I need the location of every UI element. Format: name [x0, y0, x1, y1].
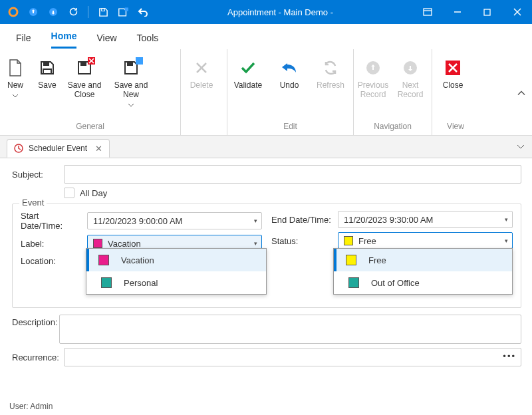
ellipsis-icon[interactable]: •••	[503, 351, 516, 361]
status-bar-user: User: Admin	[9, 402, 53, 411]
save-button[interactable]: Save	[31, 55, 64, 90]
delete-label: Delete	[190, 81, 213, 90]
chevron-down-icon: ▾	[254, 240, 257, 247]
location-label: Location:	[21, 256, 83, 266]
window-title: Appointment - Main Demo -	[148, 7, 412, 17]
start-label: Start Date/Time:	[21, 211, 83, 231]
validate-label: Validate	[234, 81, 262, 90]
status-option-oof[interactable]: Out of Office	[334, 271, 512, 294]
close-tab-icon[interactable]: ✕	[95, 144, 102, 154]
undo-button[interactable]: Undo	[269, 55, 310, 90]
document-tabs: Scheduler Event ✕	[0, 136, 532, 158]
restore-ribbon-button[interactable]	[412, 0, 442, 24]
description-input[interactable]	[59, 315, 521, 344]
new-button[interactable]: New	[0, 55, 31, 98]
event-fieldset: Event Start Date/Time: 11/20/2023 9:00:0…	[12, 204, 521, 308]
download-icon[interactable]	[48, 7, 59, 17]
group-edit: Edit	[227, 119, 353, 135]
svg-rect-7	[484, 9, 490, 15]
tab-file[interactable]: File	[16, 33, 31, 49]
start-datetime-input[interactable]: 11/20/2023 9:00:00 AM▾	[87, 212, 262, 229]
prev-record-button: Previous Record	[354, 55, 392, 100]
label-dropdown: Vacation Personal	[86, 248, 267, 295]
close-button[interactable]: Close	[432, 55, 473, 90]
svg-rect-12	[80, 62, 86, 66]
next-label: Next Record	[392, 81, 428, 100]
group-nav: Navigation	[354, 119, 432, 135]
undo-icon[interactable]	[138, 7, 148, 17]
doc-tab-label: Scheduler Event	[29, 144, 87, 153]
subject-label: Subject:	[12, 170, 64, 180]
tab-tools[interactable]: Tools	[137, 33, 159, 49]
tab-home[interactable]: Home	[51, 31, 77, 49]
close-window-button[interactable]	[502, 0, 532, 24]
group-view: View	[432, 119, 479, 135]
maximize-button[interactable]	[472, 0, 502, 24]
chevron-down-icon	[13, 94, 18, 98]
end-datetime-input[interactable]: 11/20/2023 9:30:00 AM▾	[338, 211, 513, 228]
validate-button[interactable]: Validate	[227, 55, 269, 90]
status-dropdown: Free Out of Office	[333, 248, 513, 295]
undo-label: Undo	[280, 81, 299, 90]
status-option-free[interactable]: Free	[334, 249, 512, 271]
save-icon[interactable]	[98, 7, 108, 17]
chevron-down-icon: ▾	[254, 217, 257, 224]
clock-icon	[14, 144, 23, 153]
ribbon: New Save Save and Close Save and New Gen…	[0, 49, 532, 136]
group-general: General	[0, 119, 180, 135]
recurrence-label: Recurrence:	[12, 352, 64, 362]
svg-point-0	[9, 8, 17, 16]
gear-icon[interactable]	[8, 7, 19, 17]
save-new-icon[interactable]	[118, 7, 128, 17]
svg-rect-17	[136, 57, 143, 65]
chevron-down-icon	[128, 104, 134, 107]
event-legend: Event	[19, 198, 47, 208]
svg-rect-16	[127, 62, 133, 66]
minimize-button[interactable]	[442, 0, 472, 24]
svg-rect-11	[43, 69, 51, 74]
save-close-button[interactable]: Save and Close	[64, 55, 105, 100]
form: Subject: All Day Event Start Date/Time: …	[0, 158, 532, 366]
next-record-button: Next Record	[392, 55, 428, 100]
allday-label: All Day	[80, 188, 107, 198]
save-label: Save	[38, 81, 56, 90]
description-label: Description:	[12, 315, 59, 327]
save-new-button[interactable]: Save and New	[105, 55, 157, 107]
status-label: Status:	[271, 236, 334, 246]
label-label: Label:	[21, 239, 83, 249]
new-label: New	[7, 81, 23, 90]
status-combo[interactable]: Free▾	[338, 232, 513, 249]
chevron-down-icon: ▾	[505, 216, 508, 223]
end-label: End Date/Time:	[271, 215, 334, 225]
tabs-dropdown-icon[interactable]	[517, 141, 524, 151]
refresh-button: Refresh	[310, 55, 351, 90]
save-new-label: Save and New	[105, 81, 157, 100]
svg-rect-4	[125, 7, 128, 11]
prev-label: Previous Record	[354, 81, 392, 100]
refresh-icon[interactable]	[68, 7, 78, 17]
close-label: Close	[443, 81, 464, 90]
recurrence-input[interactable]	[64, 348, 521, 366]
subject-input[interactable]	[64, 165, 521, 184]
label-option-personal[interactable]: Personal	[86, 271, 266, 294]
menu-bar: File Home View Tools	[0, 24, 532, 49]
delete-button: Delete	[181, 55, 222, 90]
doc-tab-scheduler[interactable]: Scheduler Event ✕	[7, 139, 110, 158]
refresh-label: Refresh	[317, 81, 344, 90]
label-option-vacation[interactable]: Vacation	[86, 249, 266, 271]
collapse-ribbon-icon[interactable]	[517, 87, 525, 97]
allday-checkbox[interactable]	[64, 188, 74, 198]
upload-icon[interactable]	[28, 7, 39, 17]
title-bar: Appointment - Main Demo -	[0, 0, 532, 24]
svg-rect-5	[424, 9, 432, 15]
svg-rect-10	[43, 62, 49, 66]
tab-view[interactable]: View	[96, 33, 116, 49]
save-close-label: Save and Close	[64, 81, 105, 100]
chevron-down-icon: ▾	[505, 237, 508, 244]
